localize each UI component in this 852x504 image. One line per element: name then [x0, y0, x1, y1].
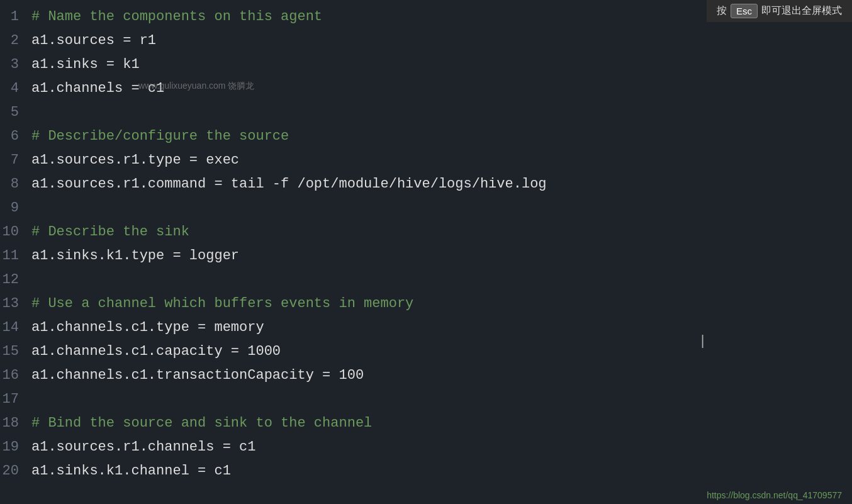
code-line: 7a1.sources.r1.type = exec: [0, 148, 852, 172]
line-number: 11: [0, 244, 31, 268]
code-line: 3a1.sinks = k1: [0, 53, 852, 77]
code-line: 20a1.sinks.k1.channel = c1: [0, 459, 852, 483]
line-content: a1.sinks = k1: [31, 53, 140, 77]
code-line: 5: [0, 101, 852, 125]
line-number: 7: [0, 148, 31, 172]
line-number: 2: [0, 29, 31, 53]
line-number: 1: [0, 5, 31, 29]
line-content: a1.sources.r1.channels = c1: [31, 435, 255, 459]
code-line: 2a1.sources = r1: [0, 29, 852, 53]
code-line: 6# Describe/configure the source: [0, 125, 852, 148]
code-line: 13# Use a channel which buffers events i…: [0, 292, 852, 316]
line-content: a1.channels.c1.transactionCapacity = 100: [31, 364, 364, 388]
line-number: 14: [0, 316, 31, 340]
code-line: 14a1.channels.c1.type = memory: [0, 316, 852, 340]
line-number: 8: [0, 172, 31, 196]
line-number: 15: [0, 340, 31, 364]
line-number: 20: [0, 459, 31, 483]
line-number: 16: [0, 364, 31, 388]
line-number: 10: [0, 220, 31, 244]
code-line: 12: [0, 268, 852, 292]
code-lines: 1# Name the components on this agent2a1.…: [0, 5, 852, 483]
line-content: # Describe the sink: [31, 220, 189, 244]
esc-banner: 按 Esc 即可退出全屏模式: [707, 0, 852, 22]
esc-prefix: 按: [717, 4, 727, 18]
line-number: 17: [0, 388, 31, 412]
line-content: a1.sources = r1: [31, 29, 156, 53]
watermark: www.gulixueyuan.com 饶膦龙: [138, 81, 254, 92]
code-line: 19a1.sources.r1.channels = c1: [0, 435, 852, 459]
line-content: a1.channels.c1.type = memory: [31, 316, 264, 340]
url-footer: https://blog.csdn.net/qq_41709577: [707, 490, 842, 500]
line-number: 12: [0, 268, 31, 292]
code-line: 15a1.channels.c1.capacity = 1000: [0, 340, 852, 364]
line-number: 9: [0, 196, 31, 220]
code-line: 10# Describe the sink: [0, 220, 852, 244]
line-number: 13: [0, 292, 31, 316]
line-content: a1.sources.r1.type = exec: [31, 148, 239, 172]
text-cursor: |: [698, 333, 707, 349]
line-number: 19: [0, 435, 31, 459]
code-line: 17: [0, 388, 852, 412]
line-number: 5: [0, 101, 31, 125]
line-content: # Bind the source and sink to the channe…: [31, 412, 372, 435]
code-line: 18# Bind the source and sink to the chan…: [0, 412, 852, 435]
line-content: # Use a channel which buffers events in …: [31, 292, 413, 316]
line-number: 4: [0, 77, 31, 101]
line-number: 3: [0, 53, 31, 77]
line-content: a1.sources.r1.command = tail -f /opt/mod…: [31, 172, 547, 196]
line-content: # Describe/configure the source: [31, 125, 289, 148]
code-editor: 按 Esc 即可退出全屏模式 www.gulixueyuan.com 饶膦龙 1…: [0, 0, 852, 504]
esc-suffix: 即可退出全屏模式: [761, 4, 842, 18]
line-content: a1.channels.c1.capacity = 1000: [31, 340, 281, 364]
line-content: a1.sinks.k1.channel = c1: [31, 459, 231, 483]
line-content: # Name the components on this agent: [31, 5, 322, 29]
code-line: 9: [0, 196, 852, 220]
line-content: a1.sinks.k1.type = logger: [31, 244, 239, 268]
code-line: 8a1.sources.r1.command = tail -f /opt/mo…: [0, 172, 852, 196]
line-number: 6: [0, 125, 31, 148]
code-line: 16a1.channels.c1.transactionCapacity = 1…: [0, 364, 852, 388]
line-number: 18: [0, 412, 31, 435]
code-line: 4a1.channels = c1: [0, 77, 852, 101]
esc-key: Esc: [731, 4, 758, 18]
code-line: 11a1.sinks.k1.type = logger: [0, 244, 852, 268]
